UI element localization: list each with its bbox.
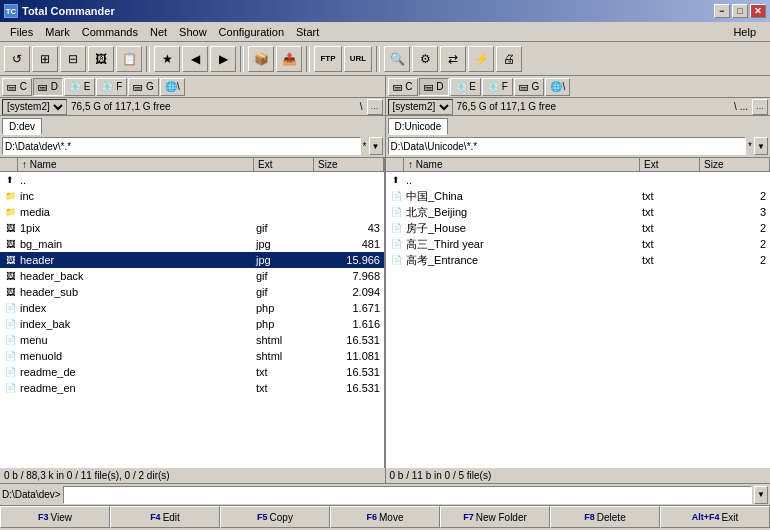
file-row[interactable]: 📄 index php 1.671 — [0, 300, 384, 316]
drive-e-left[interactable]: 💿 E — [64, 78, 95, 96]
menu-net[interactable]: Net — [144, 24, 173, 40]
url-button[interactable]: URL — [344, 46, 372, 72]
col-hdr-ext-left[interactable]: Ext — [254, 158, 314, 171]
file-row[interactable]: 📄 高考_Entrance txt 2 — [386, 252, 770, 268]
file-row[interactable]: 🖼 header jpg 15.966 — [0, 252, 384, 268]
pack-button[interactable]: 📦 — [248, 46, 274, 72]
drive-g-right[interactable]: 🖴 G — [514, 78, 545, 96]
main-panels: ↑ Name Ext Size ⬆ .. 📁 inc 📁 media 🖼 1pi… — [0, 158, 770, 468]
fkey-f5-button[interactable]: F5Copy — [220, 506, 330, 528]
file-row[interactable]: 🖼 header_sub gif 2.094 — [0, 284, 384, 300]
col-hdr-name-right[interactable]: ↑ Name — [404, 158, 640, 171]
drive-select-right[interactable]: [system2] — [388, 99, 453, 115]
fkey-f6-button[interactable]: F6Move — [330, 506, 440, 528]
drive-c-right[interactable]: 🖴 C — [388, 78, 418, 96]
drive-c-left[interactable]: 🖴 C — [2, 78, 32, 96]
path-dropdown-left[interactable]: ▼ — [369, 137, 383, 155]
file-row[interactable]: 📄 menuold shtml 11.081 — [0, 348, 384, 364]
find-button[interactable]: 🔍 — [384, 46, 410, 72]
close-button[interactable]: ✕ — [750, 4, 766, 18]
file-row[interactable]: 📁 media — [0, 204, 384, 220]
file-list-right[interactable]: ⬆ .. 📄 中国_China txt 2 📄 北京_Beijing txt 3… — [386, 172, 770, 468]
path-input-left[interactable] — [2, 137, 361, 155]
file-icon: 📄 — [386, 207, 404, 217]
path-star-left[interactable]: * — [363, 141, 367, 152]
tab-area: D:dev * ▼ D:Unicode * ▼ — [0, 116, 770, 158]
fkey-altf4-button[interactable]: Alt+F4Exit — [660, 506, 770, 528]
file-name: 高三_Third year — [404, 237, 640, 252]
path-star-right[interactable]: * — [748, 141, 752, 152]
drive-d-right[interactable]: 🖴 D — [419, 78, 449, 96]
menu-mark[interactable]: Mark — [39, 24, 75, 40]
file-row[interactable]: ⬆ .. — [0, 172, 384, 188]
col-hdr-ext-right[interactable]: Ext — [640, 158, 700, 171]
file-row[interactable]: ⬆ .. — [386, 172, 770, 188]
file-row[interactable]: 📄 index_bak php 1.616 — [0, 316, 384, 332]
fkey-f3-button[interactable]: F3View — [0, 506, 110, 528]
file-size: 1.671 — [314, 302, 384, 314]
network-drive-right[interactable]: 🌐\ — [545, 78, 570, 96]
compare-button[interactable]: ⇄ — [440, 46, 466, 72]
unpack-button[interactable]: 📤 — [276, 46, 302, 72]
fkey-f4-button[interactable]: F4Edit — [110, 506, 220, 528]
toolbar-sep3 — [306, 46, 310, 72]
fkey-f8-button[interactable]: F8Delete — [550, 506, 660, 528]
file-size: 2.094 — [314, 286, 384, 298]
network-drive-left[interactable]: 🌐\ — [160, 78, 185, 96]
file-name: 1pix — [18, 222, 254, 234]
menu-files[interactable]: Files — [4, 24, 39, 40]
file-row[interactable]: 📄 高三_Third year txt 2 — [386, 236, 770, 252]
cmd-dropdown[interactable]: ▼ — [754, 486, 768, 504]
nav-btn-left[interactable]: … — [367, 99, 383, 115]
fkey-f7-button[interactable]: F7New Folder — [440, 506, 550, 528]
menu-commands[interactable]: Commands — [76, 24, 144, 40]
file-row[interactable]: 📄 readme_en txt 16.531 — [0, 380, 384, 396]
menu-help[interactable]: Help — [727, 24, 762, 40]
view-mode-button[interactable]: ⊞ — [32, 46, 58, 72]
file-row[interactable]: 📄 menu shtml 16.531 — [0, 332, 384, 348]
sync-button[interactable]: ⚡ — [468, 46, 494, 72]
brief-view-button[interactable]: ⊟ — [60, 46, 86, 72]
drive-f-right[interactable]: 💿 F — [482, 78, 513, 96]
settings-button[interactable]: ⚙ — [412, 46, 438, 72]
print-button[interactable]: 🖨 — [496, 46, 522, 72]
menu-start[interactable]: Start — [290, 24, 325, 40]
file-row[interactable]: 🖼 header_back gif 7.968 — [0, 268, 384, 284]
drive-f-left[interactable]: 💿 F — [96, 78, 127, 96]
menu-show[interactable]: Show — [173, 24, 213, 40]
panel-left: ↑ Name Ext Size ⬆ .. 📁 inc 📁 media 🖼 1pi… — [0, 158, 384, 468]
maximize-button[interactable]: □ — [732, 4, 748, 18]
path-dropdown-right[interactable]: ▼ — [754, 137, 768, 155]
path-input-right[interactable] — [388, 137, 747, 155]
file-row[interactable]: 📁 inc — [0, 188, 384, 204]
ftp-button[interactable]: FTP — [314, 46, 342, 72]
star-button[interactable]: ★ — [154, 46, 180, 72]
back-button[interactable]: ◀ — [182, 46, 208, 72]
nav-btn-right[interactable]: … — [752, 99, 768, 115]
drive-select-left[interactable]: [system2] — [2, 99, 67, 115]
cmd-input[interactable] — [63, 486, 752, 504]
forward-button[interactable]: ▶ — [210, 46, 236, 72]
minimize-button[interactable]: − — [714, 4, 730, 18]
file-ext: gif — [254, 270, 314, 282]
disk-info-left: 76,5 G of 117,1 G free — [71, 101, 171, 112]
drive-e-right[interactable]: 💿 E — [450, 78, 481, 96]
col-hdr-size-right[interactable]: Size — [700, 158, 770, 171]
file-row[interactable]: 📄 readme_de txt 16.531 — [0, 364, 384, 380]
col-hdr-size-left[interactable]: Size — [314, 158, 384, 171]
col-hdr-name-left[interactable]: ↑ Name — [18, 158, 254, 171]
file-list-left[interactable]: ⬆ .. 📁 inc 📁 media 🖼 1pix gif 43 🖼 bg_ma… — [0, 172, 384, 468]
file-row[interactable]: 🖼 1pix gif 43 — [0, 220, 384, 236]
drive-d-left[interactable]: 🖴 D — [33, 78, 63, 96]
drive-g-left[interactable]: 🖴 G — [128, 78, 159, 96]
copy-button[interactable]: 📋 — [116, 46, 142, 72]
tab-left-dev[interactable]: D:dev — [2, 118, 42, 135]
refresh-button[interactable]: ↺ — [4, 46, 30, 72]
file-row[interactable]: 🖼 bg_main jpg 481 — [0, 236, 384, 252]
thumbnails-button[interactable]: 🖼 — [88, 46, 114, 72]
menu-configuration[interactable]: Configuration — [213, 24, 290, 40]
file-row[interactable]: 📄 北京_Beijing txt 3 — [386, 204, 770, 220]
tab-right-unicode[interactable]: D:Unicode — [388, 118, 449, 135]
file-row[interactable]: 📄 中国_China txt 2 — [386, 188, 770, 204]
file-row[interactable]: 📄 房子_House txt 2 — [386, 220, 770, 236]
